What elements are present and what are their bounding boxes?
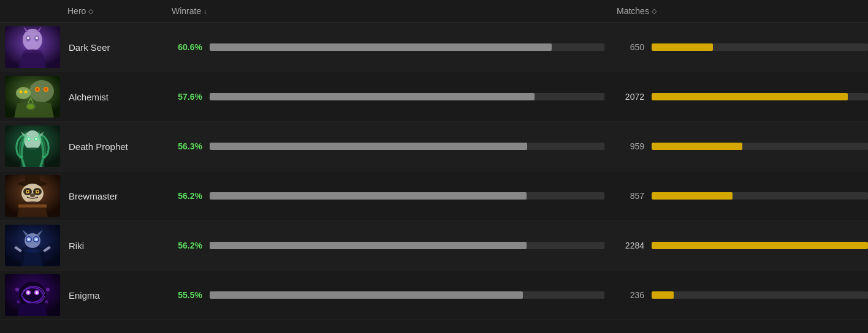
matches-bar-fill: [652, 93, 848, 100]
winrate-value: 56.3%: [172, 141, 202, 151]
svg-point-17: [27, 104, 34, 109]
hero-cell: Alchemist: [0, 76, 172, 118]
hero-cell: Brewmaster: [0, 175, 172, 217]
svg-point-13: [20, 91, 23, 94]
hero-avatar: [5, 274, 60, 316]
winrate-sort-icon: ↓: [204, 7, 207, 15]
svg-point-50: [27, 291, 29, 294]
matches-cell: 2072: [611, 92, 868, 102]
matches-cell: 959: [611, 141, 868, 151]
winrate-header-label: Winrate: [172, 6, 201, 16]
svg-point-19: [24, 130, 41, 150]
matches-value: 236: [617, 290, 644, 300]
matches-sort-icon: ◇: [652, 7, 657, 15]
matches-value: 2072: [617, 92, 644, 102]
svg-point-51: [36, 291, 38, 294]
winrate-cell: 56.2%: [172, 241, 611, 250]
hero-avatar: [5, 175, 60, 217]
svg-point-4: [27, 37, 29, 39]
winrate-value: 56.2%: [172, 241, 202, 250]
matches-bar-fill: [652, 43, 713, 51]
svg-point-52: [15, 288, 19, 291]
hero-name: Riki: [69, 241, 84, 251]
svg-point-1: [23, 29, 42, 51]
winrate-bar-container: [210, 143, 604, 150]
table-row[interactable]: Alchemist 57.6% 2072: [0, 72, 868, 122]
hero-name: Enigma: [69, 290, 100, 301]
winrate-bar-fill: [210, 242, 527, 249]
table-row[interactable]: Dark Seer 60.6% 650: [0, 23, 868, 72]
winrate-cell: 55.5%: [172, 290, 611, 300]
matches-bar-container: [652, 143, 868, 150]
svg-rect-26: [25, 175, 40, 184]
winrate-cell: 57.6%: [172, 92, 611, 102]
hero-name: Death Prophet: [69, 141, 128, 152]
winrate-bar-fill: [210, 143, 527, 150]
hero-column-header[interactable]: Hero ◇: [0, 6, 172, 16]
winrate-bar-container: [210, 291, 604, 299]
winrate-bar-container: [210, 242, 604, 249]
hero-cell: Riki: [0, 225, 172, 266]
hero-table: Hero ◇ Winrate ↓ Matches ◇: [0, 0, 868, 320]
winrate-value: 56.2%: [172, 191, 202, 201]
svg-rect-35: [18, 204, 47, 208]
matches-value: 857: [617, 191, 644, 201]
winrate-cell: 56.3%: [172, 141, 611, 151]
winrate-bar-fill: [210, 93, 535, 100]
hero-cell: Enigma: [0, 274, 172, 316]
hero-avatar: [5, 26, 60, 68]
winrate-column-header[interactable]: Winrate ↓: [172, 6, 611, 16]
svg-point-54: [17, 301, 20, 304]
svg-point-53: [46, 288, 50, 291]
svg-point-34: [30, 193, 35, 197]
matches-value: 959: [617, 141, 644, 151]
table-body: Dark Seer 60.6% 650: [0, 23, 868, 320]
matches-column-header[interactable]: Matches ◇: [611, 6, 868, 16]
matches-header-label: Matches: [617, 6, 649, 16]
winrate-bar-fill: [210, 291, 523, 299]
table-row[interactable]: Enigma 55.5% 236: [0, 271, 868, 320]
matches-bar-container: [652, 192, 868, 200]
hero-name: Dark Seer: [69, 42, 110, 53]
svg-point-7: [29, 80, 54, 102]
hero-sort-icon: ◇: [88, 7, 93, 15]
table-header: Hero ◇ Winrate ↓ Matches ◇: [0, 0, 868, 23]
svg-point-32: [27, 191, 29, 193]
matches-cell: 236: [611, 290, 868, 300]
matches-bar-fill: [652, 242, 868, 249]
matches-bar-container: [652, 291, 868, 299]
matches-value: 2284: [617, 241, 644, 250]
winrate-bar-container: [210, 192, 604, 200]
svg-point-43: [28, 239, 30, 241]
matches-cell: 2284: [611, 241, 868, 250]
matches-value: 650: [617, 42, 644, 52]
matches-bar-fill: [652, 143, 742, 150]
svg-point-22: [28, 138, 30, 140]
winrate-cell: 60.6%: [172, 42, 611, 52]
hero-header-label: Hero: [67, 6, 86, 16]
winrate-cell: 56.2%: [172, 191, 611, 201]
matches-bar-container: [652, 93, 868, 100]
svg-point-44: [36, 239, 37, 241]
matches-cell: 857: [611, 191, 868, 201]
svg-point-11: [45, 88, 47, 91]
hero-name: Brewmaster: [69, 191, 118, 201]
svg-point-55: [45, 301, 48, 304]
matches-bar-fill: [652, 291, 674, 299]
table-row[interactable]: Riki 56.2% 2284: [0, 221, 868, 271]
matches-bar-container: [652, 242, 868, 249]
winrate-bar-fill: [210, 192, 527, 200]
svg-point-14: [25, 91, 28, 94]
svg-point-5: [36, 37, 38, 39]
svg-point-10: [36, 88, 39, 91]
hero-avatar: [5, 225, 60, 266]
winrate-value: 60.6%: [172, 42, 202, 52]
winrate-value: 57.6%: [172, 92, 202, 102]
winrate-value: 55.5%: [172, 290, 202, 300]
hero-name: Alchemist: [69, 92, 108, 102]
table-row[interactable]: Death Prophet 56.3% 959: [0, 122, 868, 171]
table-row[interactable]: Brewmaster 56.2% 857: [0, 171, 868, 221]
winrate-bar-fill: [210, 43, 552, 51]
svg-point-23: [36, 138, 37, 140]
svg-point-33: [37, 191, 39, 193]
